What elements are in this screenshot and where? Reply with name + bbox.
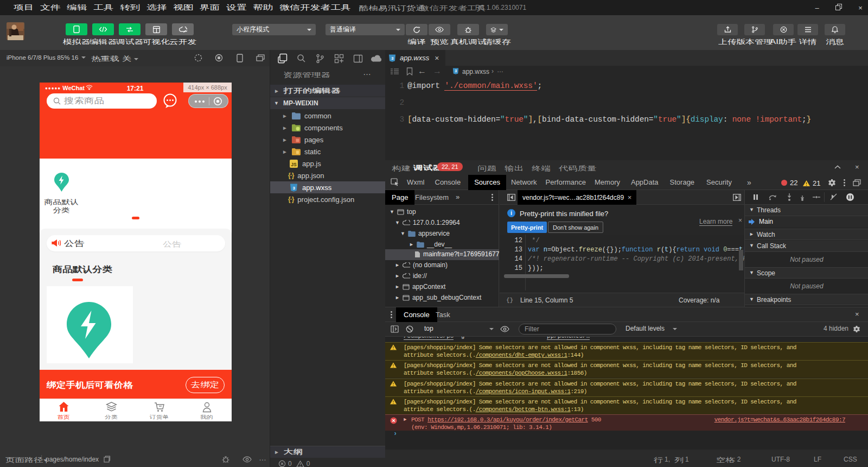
svg-text:3: 3 [455, 69, 457, 73]
svg-text:3: 3 [293, 185, 296, 190]
svg-text:3: 3 [391, 55, 393, 60]
svg-text:JS: JS [291, 161, 297, 167]
